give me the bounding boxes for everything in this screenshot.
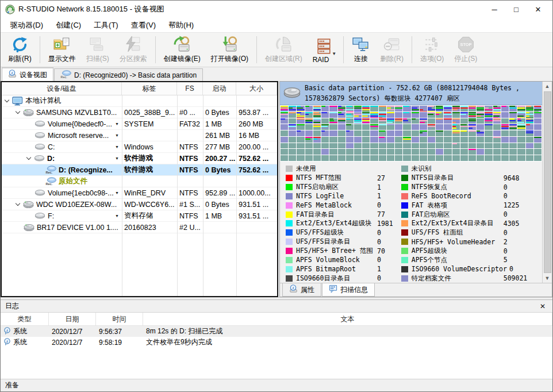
scan-block[interactable] [452,112,460,118]
scan-block[interactable] [370,112,378,118]
menu-item-0[interactable]: 驱动器(D) [4,18,49,32]
scan-block[interactable] [534,155,542,161]
scan-block[interactable] [379,155,386,161]
scan-block[interactable] [281,118,288,124]
scan-block[interactable] [354,143,362,149]
scan-block[interactable] [281,149,288,155]
scan-block[interactable] [436,112,443,118]
scan-block[interactable] [297,143,304,149]
scan-block[interactable] [281,130,288,136]
scan-block[interactable] [379,149,386,155]
scan-block[interactable] [289,149,296,155]
scan-block[interactable] [485,155,492,161]
scan-block[interactable] [444,106,451,112]
scan-block[interactable] [321,130,329,136]
scan-block[interactable] [387,118,394,124]
scan-block[interactable] [412,155,419,161]
scan-block[interactable] [509,130,517,136]
scan-block[interactable] [412,112,419,118]
scan-block[interactable] [346,149,354,155]
column-header-0[interactable]: 设备/磁盘ˆ [2,82,122,95]
scan-block[interactable] [379,124,386,130]
scan-block[interactable] [526,137,533,143]
scan-block[interactable] [305,155,313,161]
scan-block[interactable] [281,137,288,143]
scan-block[interactable] [403,118,410,124]
scan-block[interactable] [321,143,329,149]
scan-block[interactable] [501,155,509,161]
scan-block[interactable] [305,137,313,143]
scan-block[interactable] [509,155,517,161]
scan-block[interactable] [313,112,321,118]
scan-block[interactable] [509,106,517,112]
scan-block[interactable] [281,143,288,149]
scan-block[interactable] [468,124,476,130]
scan-block[interactable] [412,130,419,136]
scan-block[interactable] [297,137,304,143]
scan-block[interactable] [452,118,460,124]
view-tab-0[interactable]: i设备视图 [2,67,53,81]
scan-block[interactable] [468,137,476,143]
scan-block[interactable] [281,106,288,112]
scan-block[interactable] [321,112,329,118]
scan-block[interactable] [403,112,410,118]
scan-block[interactable] [362,143,370,149]
scan-block[interactable] [485,143,492,149]
toolbar-button-refresh[interactable]: 刷新(R) [3,34,37,66]
scan-block[interactable] [485,149,492,155]
column-header-1[interactable]: 标签 [122,82,177,95]
toolbar-button-open-image[interactable]: 打开镜像(O) [206,34,254,66]
scroll-up-icon[interactable]: ▲ [545,82,550,91]
scan-block[interactable] [289,124,296,130]
scan-block[interactable] [321,118,329,124]
dropdown-arrow-icon[interactable]: ▼ [115,122,119,126]
scan-block[interactable] [452,106,460,112]
scan-block[interactable] [403,130,410,136]
scan-block[interactable] [526,149,533,155]
scan-block[interactable] [526,106,533,112]
scan-block[interactable] [346,155,354,161]
scan-block[interactable] [370,106,378,112]
scan-block[interactable] [534,106,542,112]
scan-block[interactable] [321,124,329,130]
scan-block[interactable] [493,118,501,124]
scan-block[interactable] [379,143,386,149]
right-pane-scrollbar[interactable]: ▲ ▼ [542,82,552,283]
scan-block[interactable] [493,106,501,112]
scan-block[interactable] [468,106,476,112]
scan-block[interactable] [436,155,443,161]
scan-block[interactable] [289,130,296,136]
scan-block[interactable] [444,124,451,130]
scan-block[interactable] [395,130,402,136]
scan-block[interactable] [329,130,337,136]
scan-block[interactable] [468,130,476,136]
scan-block[interactable] [297,155,304,161]
log-row[interactable]: i系统2020/12/79:58:19文件枚举在9秒内完成 [1,337,552,348]
scan-block[interactable] [305,143,313,149]
scan-block[interactable] [444,112,451,118]
scan-block[interactable] [501,106,509,112]
scan-block[interactable] [485,130,492,136]
dropdown-arrow-icon[interactable]: ▼ [115,214,119,218]
scan-block[interactable] [379,112,386,118]
scan-block[interactable] [534,149,542,155]
chevron-down-icon[interactable] [5,98,9,102]
scan-block[interactable] [346,137,354,143]
scan-block[interactable] [313,124,321,130]
scan-block[interactable] [452,155,460,161]
scan-block[interactable] [346,124,354,130]
scan-block[interactable] [370,155,378,161]
scan-block[interactable] [526,155,533,161]
chevron-down-icon[interactable] [16,109,20,114]
scan-block[interactable] [362,124,370,130]
view-tab-1[interactable]: Rec.D: (Recognized0) -> Basic data parti… [54,68,203,81]
scan-block[interactable] [370,118,378,124]
maximize-button[interactable]: □ [505,1,527,17]
scan-block[interactable] [403,124,410,130]
scan-block[interactable] [468,118,476,124]
bottom-tab-0[interactable]: i属性 [282,283,321,297]
scan-block[interactable] [289,106,296,112]
menu-item-4[interactable]: 帮助(H) [162,18,200,32]
scan-block[interactable] [428,130,435,136]
scan-block[interactable] [517,124,525,130]
